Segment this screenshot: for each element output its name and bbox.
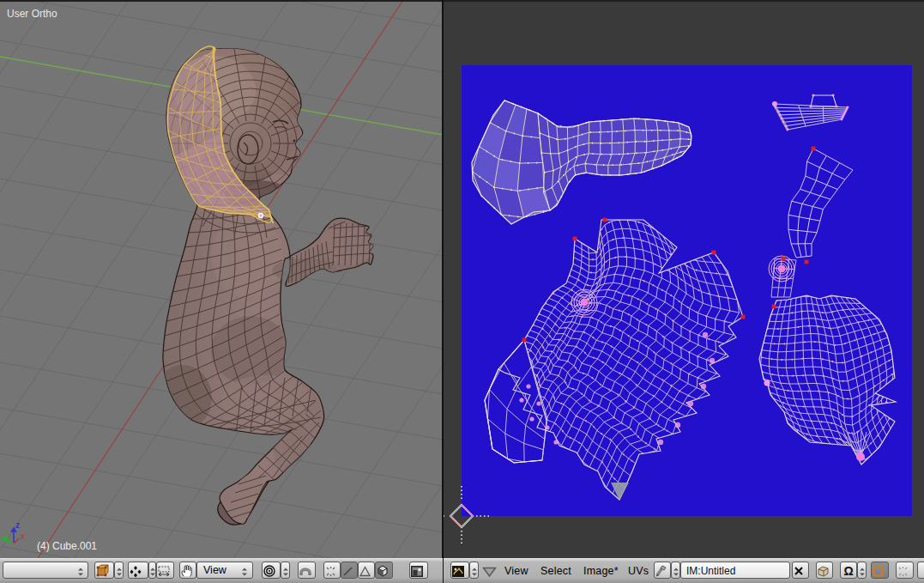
svg-text:(4) Cube.001: (4) Cube.001 [37,540,97,552]
svg-text:x: x [21,531,25,541]
svg-text:User Ortho: User Ortho [7,8,57,20]
svg-text:z: z [15,520,20,530]
